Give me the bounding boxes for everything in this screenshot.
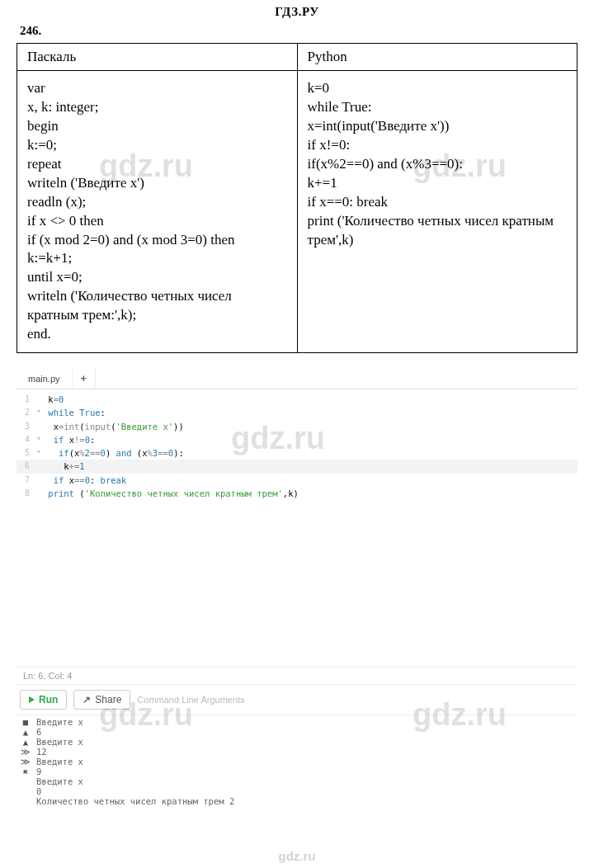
line-number: 3 (16, 420, 35, 433)
code-line[interactable]: 5▾ if(x%2==0) and (x%3==0): (16, 446, 578, 460)
console-row: ≫Введите x (16, 757, 578, 767)
line-number: 2 (16, 406, 35, 419)
console-icon: ▲ (16, 727, 35, 737)
solution-table: Паскаль Python var x, k: integer; begin … (16, 43, 578, 353)
console-text: Введите x (35, 717, 83, 727)
console-text: Введите x (35, 757, 83, 767)
tab-add[interactable]: + (73, 368, 97, 389)
console-icon: ≫ (16, 757, 35, 767)
console-row: ■Введите x (16, 717, 578, 727)
column-header-pascal: Паскаль (17, 44, 298, 71)
line-number: 1 (16, 393, 35, 406)
share-icon (82, 694, 91, 705)
code-source: x=int(input('Введите x')) (43, 420, 578, 433)
code-source: while True: (43, 406, 578, 419)
console-row: ✖9 (16, 767, 578, 776)
console-icon: ■ (16, 717, 35, 727)
fold-icon (35, 420, 43, 433)
share-label: Share (95, 694, 121, 705)
fold-icon (35, 474, 43, 487)
pascal-code: var x, k: integer; begin k:=0; repeat wr… (27, 79, 287, 344)
watermark: gdz.ru (0, 849, 594, 863)
line-number: 5 (16, 446, 35, 460)
fold-icon (35, 393, 43, 406)
console-icon: ▲ (16, 737, 35, 747)
code-source: k=0 (43, 393, 578, 406)
console-icon: ✖ (16, 767, 35, 776)
python-code: k=0 while True: x=int(input('Введите x')… (308, 79, 568, 249)
site-title: ГДЗ.РУ (0, 0, 594, 21)
editor-toolbar: Run Share Command Line Arguments (16, 684, 578, 715)
code-line[interactable]: 3 x=int(input('Введите x')) (16, 420, 578, 433)
console-text: 6 (35, 727, 41, 737)
code-source: k+=1 (43, 460, 578, 473)
code-source: if(x%2==0) and (x%3==0): (43, 446, 578, 460)
console-row: 0 (16, 786, 578, 796)
console-text: 0 (35, 786, 41, 796)
fold-icon (35, 460, 43, 473)
console-row: ≫12 (16, 747, 578, 757)
code-source: print ('Количество четных чисел кратным … (43, 487, 578, 500)
tab-mainpy[interactable]: main.py (16, 370, 73, 388)
console-row: Введите x (16, 776, 578, 786)
play-icon (29, 696, 35, 703)
console-text: Количество четных чисел кратным трем 2 (35, 796, 234, 806)
console-output: ■Введите x▲6▲Введите x≫12≫Введите x✖9Вве… (16, 715, 578, 814)
code-line[interactable]: 2▾ while True: (16, 406, 578, 419)
code-line[interactable]: 8 print ('Количество четных чисел кратны… (16, 487, 578, 500)
code-editor: main.py + 1 k=02▾ while True:3 x=int(inp… (16, 368, 578, 814)
code-line[interactable]: 4▾ if x!=0: (16, 433, 578, 446)
fold-icon (35, 487, 43, 500)
code-line[interactable]: 1 k=0 (16, 393, 578, 406)
console-row: ▲6 (16, 727, 578, 737)
share-button[interactable]: Share (73, 690, 130, 710)
editor-code-area[interactable]: 1 k=02▾ while True:3 x=int(input('Введит… (16, 389, 578, 502)
console-icon: ≫ (16, 747, 35, 757)
editor-status: Ln: 6, Col: 4 (16, 667, 578, 684)
line-number: 4 (16, 433, 35, 446)
fold-icon[interactable]: ▾ (35, 406, 43, 419)
code-line[interactable]: 7 if x==0: break (16, 474, 578, 487)
column-header-python: Python (297, 44, 578, 71)
code-line[interactable]: 6 k+=1 (16, 460, 578, 473)
run-label: Run (39, 694, 58, 705)
code-source: if x!=0: (43, 433, 578, 446)
console-text: 9 (35, 767, 41, 776)
line-number: 6 (16, 460, 35, 473)
console-row: ▲Введите x (16, 737, 578, 747)
exercise-number: 246. (0, 21, 594, 43)
console-row: Количество четных чисел кратным трем 2 (16, 796, 578, 806)
cli-args-label: Command Line Arguments (137, 695, 244, 705)
fold-icon[interactable]: ▾ (35, 433, 43, 446)
editor-tabs: main.py + (16, 368, 578, 389)
run-button[interactable]: Run (20, 690, 67, 710)
code-source: if x==0: break (43, 474, 578, 487)
console-text: Введите x (35, 737, 83, 747)
fold-icon[interactable]: ▾ (35, 446, 43, 460)
line-number: 8 (16, 487, 35, 500)
line-number: 7 (16, 474, 35, 487)
console-text: 12 (35, 747, 47, 757)
console-text: Введите x (35, 776, 83, 786)
